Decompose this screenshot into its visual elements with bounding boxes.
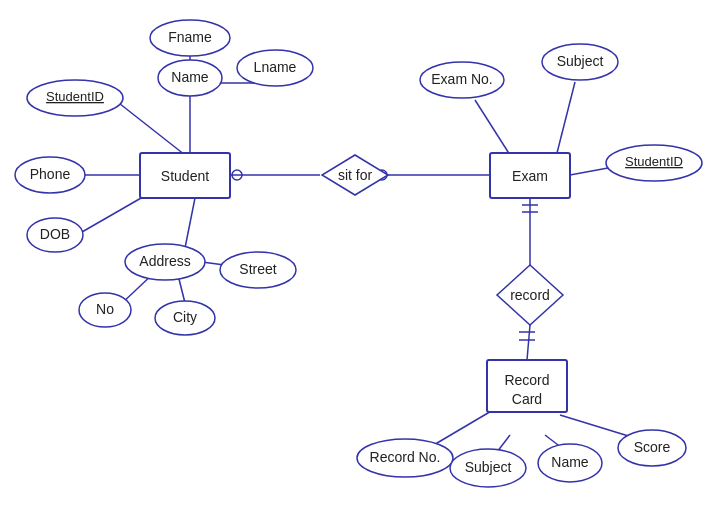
record-card-label: Record — [504, 372, 549, 388]
name-rc-label: Name — [551, 454, 589, 470]
subject-rc-label: Subject — [465, 459, 512, 475]
subject-exam-label: Subject — [557, 53, 604, 69]
street-label: Street — [239, 261, 276, 277]
exam-label: Exam — [512, 168, 548, 184]
record-label: record — [510, 287, 550, 303]
record-no-label: Record No. — [370, 449, 441, 465]
student-label: Student — [161, 168, 209, 184]
city-label: City — [173, 309, 197, 325]
svg-line-6 — [185, 198, 195, 248]
phone-label: Phone — [30, 166, 71, 182]
studentid-exam-label: StudentID — [625, 154, 683, 169]
fname-label: Fname — [168, 29, 212, 45]
sit-for-label: sit for — [338, 167, 373, 183]
svg-line-0 — [115, 100, 185, 155]
svg-line-11 — [557, 82, 575, 153]
svg-line-24 — [527, 325, 530, 360]
dob-label: DOB — [40, 226, 70, 242]
record-card-label2: Card — [512, 391, 542, 407]
svg-line-13 — [432, 410, 493, 446]
name-student-label: Name — [171, 69, 209, 85]
svg-line-10 — [475, 100, 510, 155]
svg-line-16 — [560, 415, 635, 438]
exam-no-label: Exam No. — [431, 71, 492, 87]
address-label: Address — [139, 253, 190, 269]
score-label: Score — [634, 439, 671, 455]
er-diagram: Student Exam Record Card sit for record … — [0, 0, 728, 506]
lname-label: Lname — [254, 59, 297, 75]
no-label: No — [96, 301, 114, 317]
studentid-label: StudentID — [46, 89, 104, 104]
